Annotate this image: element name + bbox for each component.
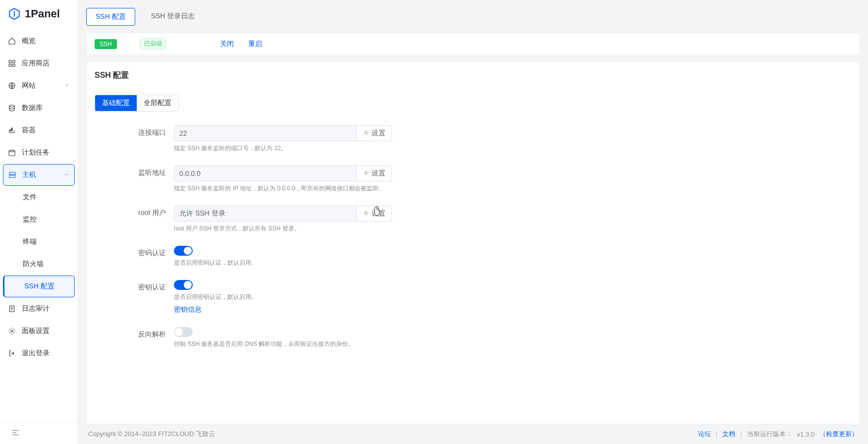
status-badge: 已启动 (140, 38, 166, 50)
key-info-link[interactable]: 密钥信息 (174, 305, 202, 314)
sidebar-item-label: 退出登录 (22, 349, 50, 358)
svg-rect-9 (9, 150, 15, 156)
listen-set-button[interactable]: 设置 (357, 166, 392, 181)
svg-rect-3 (12, 64, 15, 66)
password-label: 密码认证 (95, 246, 174, 258)
sidebar-item-label: 容器 (22, 126, 36, 135)
ssh-badge: SSH (95, 39, 117, 49)
svg-point-15 (365, 172, 367, 174)
svg-rect-1 (12, 60, 15, 63)
sidebar-item-settings[interactable]: 面板设置 (3, 320, 75, 342)
reverse-switch[interactable] (174, 327, 193, 337)
grid-icon (8, 59, 16, 67)
collapse-button[interactable] (0, 422, 78, 444)
docs-link[interactable]: 文档 (722, 430, 735, 439)
sidebar-item-terminal[interactable]: 终端 (3, 231, 75, 253)
forum-link[interactable]: 论坛 (698, 430, 711, 439)
status-bar: SSH 已启动 关闭 重启 (86, 33, 860, 55)
sidebar-item-database[interactable]: 数据库 (3, 97, 75, 119)
svg-rect-10 (9, 172, 15, 175)
sidebar-item-label: 终端 (23, 237, 37, 246)
reverse-label: 反向解析 (95, 327, 174, 339)
sidebar-item-label: SSH 配置 (24, 282, 54, 291)
port-input (174, 125, 357, 141)
key-switch[interactable] (174, 280, 193, 290)
root-hint: root 用户 SSH 登录方式，默认所有 SSH 登录。 (174, 224, 491, 233)
chevron-up-icon (63, 171, 69, 179)
top-tabs: SSH 配置 SSH 登录日志 (86, 8, 860, 26)
sidebar-item-label: 概览 (22, 37, 36, 46)
close-button[interactable]: 关闭 (220, 40, 234, 49)
main: SSH 配置 SSH 登录日志 SSH 已启动 关闭 重启 SSH 配置 基础配… (78, 0, 868, 444)
sidebar-item-cron[interactable]: 计划任务 (3, 142, 75, 164)
footer: Copyright © 2014–2023 FIT2CLOUD 飞致云 论坛 |… (86, 424, 860, 444)
config-card: SSH 配置 基础配置 全部配置 连接端口 设置 指定 SSH 服务监听的端口号… (86, 62, 860, 424)
sidebar-item-label: 应用商店 (22, 59, 50, 68)
gear-icon (363, 129, 370, 138)
svg-rect-7 (11, 130, 13, 131)
gear-icon (8, 327, 16, 335)
root-set-button[interactable]: 设置 (357, 206, 392, 222)
sidebar-item-logout[interactable]: 退出登录 (3, 342, 75, 364)
listen-input (174, 166, 357, 181)
root-input (174, 206, 357, 222)
sidebar: 1Panel 概览 应用商店 网站 数据库 容器 计划任务 主 (0, 0, 78, 444)
sidebar-item-host[interactable]: 主机 (3, 164, 75, 186)
password-hint: 是否启用密码认证，默认启用。 (174, 259, 491, 267)
sidebar-item-websites[interactable]: 网站 (3, 75, 75, 97)
sidebar-item-label: 计划任务 (22, 148, 50, 157)
globe-icon (8, 82, 16, 90)
sidebar-item-ssh-config[interactable]: SSH 配置 (3, 276, 75, 297)
logo[interactable]: 1Panel (0, 0, 78, 27)
database-icon (8, 104, 16, 112)
svg-rect-6 (9, 130, 11, 131)
segment-all[interactable]: 全部配置 (137, 95, 178, 111)
logout-icon (8, 349, 16, 357)
sidebar-item-label: 主机 (22, 170, 36, 179)
sidebar-item-container[interactable]: 容器 (3, 119, 75, 141)
version: v1.3.0 (797, 431, 814, 438)
svg-rect-0 (9, 60, 11, 63)
port-set-button[interactable]: 设置 (357, 125, 392, 141)
check-update-link[interactable]: （检查更新） (819, 430, 858, 439)
sidebar-item-label: 文件 (23, 193, 37, 202)
chevron-down-icon (64, 82, 70, 90)
port-label: 连接端口 (95, 125, 174, 137)
divider (241, 41, 241, 48)
sidebar-item-label: 网站 (22, 81, 36, 90)
gear-icon (363, 210, 370, 218)
key-hint: 是否启用密钥认证，默认启用。 (174, 293, 491, 301)
svg-rect-2 (9, 64, 11, 66)
tab-ssh-config[interactable]: SSH 配置 (86, 8, 135, 26)
listen-hint: 指定 SSH 服务监听的 IP 地址，默认为 0.0.0.0，即所有的网络接口都… (174, 184, 491, 193)
svg-rect-11 (9, 175, 15, 178)
sidebar-item-firewall[interactable]: 防火墙 (3, 253, 75, 275)
port-hint: 指定 SSH 服务监听的端口号，默认为 22。 (174, 144, 491, 153)
sidebar-item-appstore[interactable]: 应用商店 (3, 53, 75, 74)
sidebar-item-label: 防火墙 (23, 260, 44, 269)
sidebar-item-files[interactable]: 文件 (3, 186, 75, 208)
password-switch[interactable] (174, 246, 193, 256)
restart-button[interactable]: 重启 (248, 40, 262, 49)
file-icon (8, 305, 16, 313)
sidebar-item-overview[interactable]: 概览 (3, 30, 75, 52)
nav: 概览 应用商店 网站 数据库 容器 计划任务 主机 文件 监控 (0, 27, 78, 422)
home-icon (8, 37, 16, 45)
tab-ssh-log[interactable]: SSH 登录日志 (142, 8, 204, 26)
reverse-hint: 控制 SSH 服务器是否启用 DNS 解析功能，从而验证连接方的身份。 (174, 340, 491, 348)
sidebar-item-label: 日志审计 (22, 304, 50, 313)
page-title: SSH 配置 (95, 70, 852, 86)
sidebar-item-label: 数据库 (22, 104, 43, 112)
sidebar-item-logs[interactable]: 日志审计 (3, 298, 75, 320)
sidebar-item-label: 监控 (23, 215, 37, 224)
sidebar-item-monitor[interactable]: 监控 (3, 209, 75, 230)
logo-text: 1Panel (25, 7, 60, 20)
svg-point-16 (365, 212, 367, 214)
svg-point-13 (11, 330, 13, 332)
docker-icon (8, 126, 16, 134)
root-label: root 用户 (95, 206, 174, 218)
segment-basic[interactable]: 基础配置 (95, 95, 137, 111)
svg-point-5 (9, 105, 15, 107)
ssh-form: 连接端口 设置 指定 SSH 服务监听的端口号，默认为 22。 监听地址 (95, 125, 491, 348)
calendar-icon (8, 149, 16, 157)
